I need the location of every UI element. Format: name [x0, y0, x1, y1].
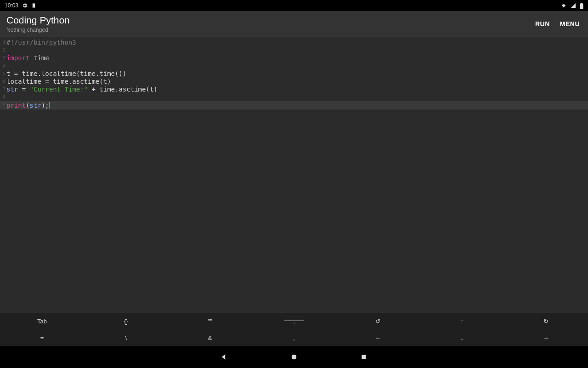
code-editor[interactable]: 1#!/usr/bin/python323import time45t = ti…	[0, 37, 588, 313]
extra-key[interactable]: =	[0, 329, 84, 346]
nav-home-button[interactable]	[289, 352, 299, 362]
extra-key[interactable]: Tab	[0, 313, 84, 329]
line-number: 8	[0, 93, 6, 101]
nav-back-button[interactable]	[219, 352, 229, 362]
code-line[interactable]: 6localtime = time.asctime(t)	[0, 78, 588, 86]
code-line[interactable]: 8	[0, 93, 588, 101]
wifi-icon	[560, 3, 567, 8]
nav-recents-button[interactable]	[359, 352, 369, 362]
menu-button[interactable]: MENU	[560, 20, 580, 28]
svg-rect-1	[362, 355, 366, 359]
svg-point-0	[292, 355, 297, 360]
gear-icon	[22, 3, 28, 8]
extra-key[interactable]: ""	[168, 313, 252, 329]
extra-key[interactable]: &	[168, 329, 252, 346]
home-indicator	[284, 320, 304, 321]
extra-key[interactable]: ↻	[504, 313, 588, 329]
line-number: 9	[0, 101, 6, 109]
code-line[interactable]: 3import time	[0, 54, 588, 62]
line-number: 1	[0, 39, 6, 46]
extra-key[interactable]: ↑	[420, 313, 504, 329]
code-content[interactable]: print(str);	[6, 101, 50, 109]
line-number: 5	[0, 70, 6, 78]
extra-key[interactable]: \	[84, 329, 168, 346]
line-number: 4	[0, 62, 6, 70]
app-subtitle: Nothing changed	[6, 27, 70, 33]
code-line[interactable]: 1#!/usr/bin/python3	[0, 39, 588, 46]
app-title-bar: Coding Python Nothing changed RUN MENU	[0, 11, 588, 37]
signal-icon	[571, 3, 576, 8]
code-line[interactable]: 9print(str);	[0, 101, 588, 109]
line-number: 2	[0, 46, 6, 54]
extra-key[interactable]: ;	[252, 313, 336, 329]
line-number: 3	[0, 54, 6, 62]
android-status-bar: 10:03	[0, 0, 588, 11]
extra-key[interactable]: →	[504, 329, 588, 346]
status-clock: 10:03	[5, 2, 18, 9]
code-line[interactable]: 4	[0, 62, 588, 70]
code-content[interactable]: #!/usr/bin/python3	[6, 39, 76, 46]
code-line[interactable]: 2	[0, 46, 588, 54]
code-content[interactable]: str = "Current Time:" + time.asctime(t)	[6, 86, 158, 93]
extra-key[interactable]: {}	[84, 313, 168, 329]
code-content[interactable]: localtime = time.asctime(t)	[6, 78, 111, 86]
extra-key[interactable]: ←	[336, 329, 420, 346]
extra-key[interactable]: ↓	[420, 329, 504, 346]
text-cursor	[49, 102, 50, 109]
line-number: 6	[0, 78, 6, 86]
code-content[interactable]: import time	[6, 54, 49, 62]
run-button[interactable]: RUN	[535, 20, 550, 28]
notification-icon	[31, 3, 36, 8]
battery-icon	[580, 3, 583, 9]
extra-keys-bar: Tab{}"";↺↑↻ =\&,←↓→	[0, 313, 588, 346]
code-line[interactable]: 5t = time.localtime(time.time())	[0, 70, 588, 78]
extra-key[interactable]: ,	[252, 329, 336, 346]
extra-key[interactable]: ↺	[336, 313, 420, 329]
line-number: 7	[0, 86, 6, 93]
android-nav-bar	[0, 346, 588, 368]
code-content[interactable]: t = time.localtime(time.time())	[6, 70, 126, 78]
code-line[interactable]: 7str = "Current Time:" + time.asctime(t)	[0, 86, 588, 93]
app-title: Coding Python	[6, 15, 70, 26]
